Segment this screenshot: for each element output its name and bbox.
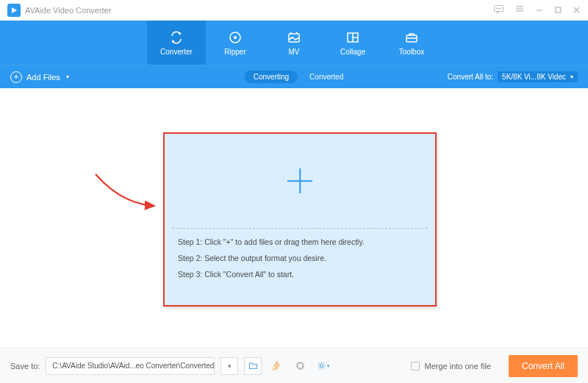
chevron-down-icon: ▾: [570, 74, 573, 80]
convert-all-button[interactable]: Convert All: [509, 355, 578, 377]
merge-checkbox[interactable]: Merge into one file: [411, 362, 491, 371]
mv-icon: [287, 30, 301, 45]
app-title: AVAide Video Converter: [25, 6, 111, 15]
step-text: Step 2: Select the output format you des…: [178, 254, 422, 262]
add-files-button[interactable]: + Add Files ▾: [10, 71, 69, 83]
nav-label: Ripper: [224, 48, 245, 56]
toolbox-icon: [404, 30, 419, 45]
chevron-down-icon: ▾: [228, 362, 232, 370]
svg-point-31: [320, 365, 323, 368]
app-logo: [7, 4, 21, 17]
maximize-icon[interactable]: [554, 4, 562, 16]
chevron-down-icon: ▾: [66, 74, 69, 80]
instruction-steps: Step 1: Click "+" to add files or drag t…: [165, 229, 435, 287]
browse-folder-button[interactable]: [244, 357, 262, 375]
path-dropdown-button[interactable]: ▾: [220, 357, 238, 375]
svg-point-1: [496, 7, 497, 8]
drop-zone[interactable]: Step 1: Click "+" to add files or drag t…: [163, 132, 437, 307]
sub-toolbar: + Add Files ▾ Converting Converted Conve…: [0, 65, 588, 88]
title-bar: AVAide Video Converter: [0, 0, 588, 21]
close-icon[interactable]: [573, 4, 581, 16]
save-path-field[interactable]: C:\AVAide Studio\AVAid...eo Converter\Co…: [46, 357, 215, 375]
chevron-down-icon: ▾: [327, 363, 330, 369]
step-text: Step 1: Click "+" to add files or drag t…: [178, 237, 422, 246]
hardware-accel-button[interactable]: [291, 357, 309, 375]
settings-button[interactable]: ▾: [315, 357, 332, 375]
nav-toolbox[interactable]: Toolbox: [382, 21, 441, 65]
speed-boost-button[interactable]: [268, 357, 285, 375]
nav-mv[interactable]: MV: [265, 21, 323, 65]
bottom-bar: Save to: C:\AVAide Studio\AVAid...eo Con…: [0, 348, 588, 383]
big-plus-icon: [287, 168, 312, 193]
nav-label: MV: [289, 48, 300, 56]
svg-point-3: [500, 7, 501, 8]
svg-rect-22: [298, 363, 303, 368]
main-area: Step 1: Click "+" to add files or drag t…: [0, 88, 588, 348]
nav-label: Collage: [340, 48, 365, 56]
menu-icon[interactable]: [514, 4, 525, 16]
checkbox-icon: [411, 362, 420, 371]
format-value: 5K/8K Vi...8K Videc: [502, 73, 566, 81]
nav-collage[interactable]: Collage: [323, 21, 382, 65]
svg-point-12: [234, 36, 237, 39]
output-format-select[interactable]: 5K/8K Vi...8K Videc ▾: [498, 71, 578, 82]
collage-icon: [345, 30, 360, 45]
ripper-icon: [228, 30, 243, 45]
svg-rect-8: [556, 7, 561, 12]
converter-icon: [169, 30, 184, 45]
nav-ripper[interactable]: Ripper: [206, 21, 265, 65]
plus-circle-icon: +: [10, 71, 22, 83]
merge-label: Merge into one file: [424, 362, 491, 371]
svg-point-2: [498, 7, 499, 8]
feedback-icon[interactable]: [493, 4, 504, 17]
nav-label: Toolbox: [399, 48, 424, 56]
add-file-area[interactable]: [165, 134, 435, 228]
step-text: Step 3: Click "Convert All" to start.: [178, 270, 422, 279]
add-files-label: Add Files: [26, 73, 60, 82]
minimize-icon[interactable]: [535, 4, 544, 16]
save-to-label: Save to:: [10, 362, 40, 371]
main-nav: Converter Ripper MV Collage Toolbox: [0, 21, 588, 65]
tab-converting[interactable]: Converting: [245, 71, 298, 83]
annotation-arrow: [92, 171, 169, 214]
nav-label: Converter: [160, 48, 193, 56]
nav-converter[interactable]: Converter: [147, 21, 206, 65]
convert-all-to-label: Convert All to:: [448, 73, 493, 81]
tab-converted[interactable]: Converted: [309, 73, 343, 81]
